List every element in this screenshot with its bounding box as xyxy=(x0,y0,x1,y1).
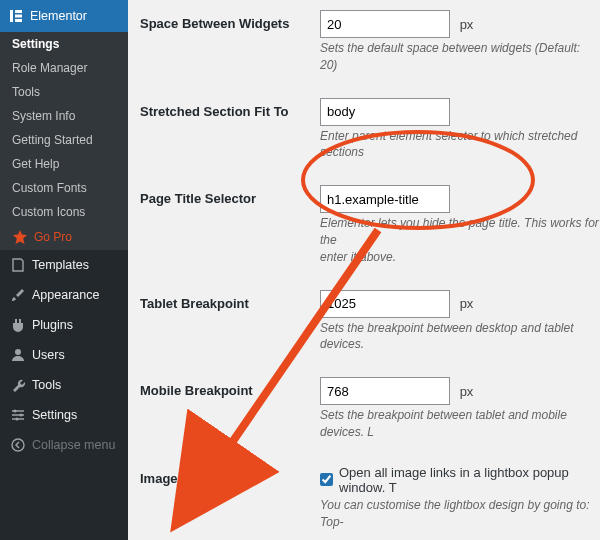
svg-point-7 xyxy=(16,418,19,421)
sidebar-sub-get-help[interactable]: Get Help xyxy=(0,152,128,176)
label-tablet: Tablet Breakpoint xyxy=(140,290,320,311)
sidebar-templates[interactable]: Templates xyxy=(0,250,128,280)
templates-icon xyxy=(10,257,26,273)
svg-point-5 xyxy=(14,410,17,413)
label-page-title: Page Title Selector xyxy=(140,185,320,206)
svg-point-4 xyxy=(15,349,21,355)
collapse-icon xyxy=(10,437,26,453)
label-stretched: Stretched Section Fit To xyxy=(140,98,320,119)
sidebar-users[interactable]: Users xyxy=(0,340,128,370)
desc-space-widgets: Sets the default space between widgets (… xyxy=(320,38,600,82)
sidebar-sub-role-manager[interactable]: Role Manager xyxy=(0,56,128,80)
sidebar-settings[interactable]: Settings xyxy=(0,400,128,430)
sidebar-collapse[interactable]: Collapse menu xyxy=(0,430,128,460)
lightbox-checkbox-label: Open all image links in a lightbox popup… xyxy=(339,465,600,495)
sidebar-sub-getting-started[interactable]: Getting Started xyxy=(0,128,128,152)
users-icon xyxy=(10,347,26,363)
unit-px: px xyxy=(460,17,474,32)
plug-icon xyxy=(10,317,26,333)
svg-point-8 xyxy=(12,439,24,451)
checkbox-lightbox[interactable] xyxy=(320,473,333,486)
wrench-icon xyxy=(10,377,26,393)
star-icon xyxy=(12,229,28,245)
sidebar-sub-custom-fonts[interactable]: Custom Fonts xyxy=(0,176,128,200)
input-stretched[interactable] xyxy=(320,98,450,126)
sidebar-sub-settings[interactable]: Settings xyxy=(0,32,128,56)
sidebar-elementor[interactable]: Elementor xyxy=(0,0,128,32)
elementor-icon xyxy=(8,8,24,24)
brush-icon xyxy=(10,287,26,303)
svg-rect-2 xyxy=(15,15,22,18)
label-space-widgets: Space Between Widgets xyxy=(140,10,320,31)
input-space-widgets[interactable] xyxy=(320,10,450,38)
sidebar-sub-system-info[interactable]: System Info xyxy=(0,104,128,128)
sidebar-appearance[interactable]: Appearance xyxy=(0,280,128,310)
svg-rect-0 xyxy=(10,10,13,22)
sidebar-sub-go-pro[interactable]: Go Pro xyxy=(0,224,128,250)
label-lightbox: Image Lightbox xyxy=(140,465,320,486)
settings-panel: Space Between Widgets px Sets the defaul… xyxy=(128,0,600,540)
input-page-title[interactable] xyxy=(320,185,450,213)
sidebar-sub-tools[interactable]: Tools xyxy=(0,80,128,104)
svg-point-6 xyxy=(20,414,23,417)
sidebar-sub-custom-icons[interactable]: Custom Icons xyxy=(0,200,128,224)
desc-page-title: Elementor lets you hide the page title. … xyxy=(320,213,600,273)
desc-tablet: Sets the breakpoint between desktop and … xyxy=(320,318,600,362)
admin-sidebar: Elementor Settings Role Manager Tools Sy… xyxy=(0,0,128,540)
input-mobile[interactable] xyxy=(320,377,450,405)
unit-px: px xyxy=(460,384,474,399)
sidebar-elementor-label: Elementor xyxy=(30,9,87,23)
svg-rect-1 xyxy=(15,10,22,13)
sliders-icon xyxy=(10,407,26,423)
input-tablet[interactable] xyxy=(320,290,450,318)
sidebar-plugins[interactable]: Plugins xyxy=(0,310,128,340)
desc-lightbox: You can customise the lightbox design by… xyxy=(320,495,600,539)
unit-px: px xyxy=(460,296,474,311)
desc-mobile: Sets the breakpoint between tablet and m… xyxy=(320,405,600,449)
label-mobile: Mobile Breakpoint xyxy=(140,377,320,398)
sidebar-tools[interactable]: Tools xyxy=(0,370,128,400)
desc-stretched: Enter parent element selector to which s… xyxy=(320,126,600,170)
svg-rect-3 xyxy=(15,19,22,22)
